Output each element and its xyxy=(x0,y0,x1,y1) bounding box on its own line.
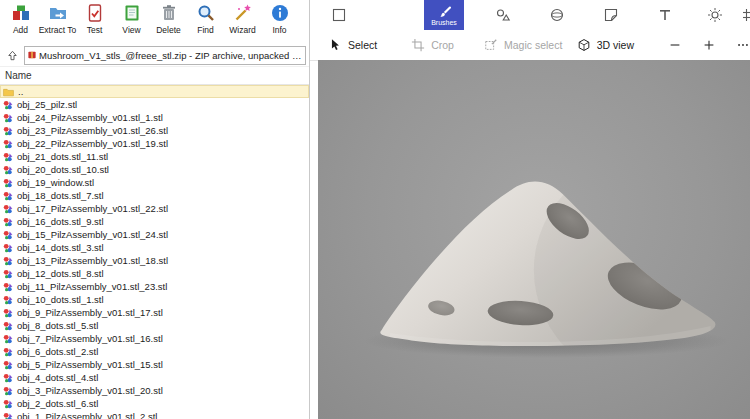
archive-toolbar: Add Extract To Test View xyxy=(0,0,309,44)
file-name: obj_8_dots.stl_5.stl xyxy=(17,320,98,331)
paint3d-top-bar: Brushes xyxy=(310,0,750,30)
add-icon xyxy=(10,2,32,24)
paint3d-window: Brushes Select xyxy=(310,0,750,419)
file-name: obj_6_dots.stl_2.stl xyxy=(17,346,98,357)
file-row[interactable]: obj_20_dots.stl_10.stl xyxy=(0,163,309,176)
delete-label: Delete xyxy=(156,25,181,35)
effects-icon[interactable] xyxy=(702,0,728,30)
crop-label: Crop xyxy=(431,39,454,51)
magic-select-tool[interactable]: Magic select xyxy=(484,38,562,52)
select-label: Select xyxy=(348,39,377,51)
file-row[interactable]: obj_2_dots.stl_6.stl xyxy=(0,397,309,410)
delete-button[interactable]: Delete xyxy=(150,2,187,35)
up-one-level-button[interactable] xyxy=(3,46,21,64)
view-button[interactable]: View xyxy=(113,2,150,35)
file-row[interactable]: obj_21_dots.stl_11.stl xyxy=(0,150,309,163)
file-name: obj_18_dots.stl_7.stl xyxy=(17,190,104,201)
file-row[interactable]: obj_13_PilzAssembly_v01.stl_18.stl xyxy=(0,254,309,267)
find-button[interactable]: Find xyxy=(187,2,224,35)
file-row[interactable]: obj_18_dots.stl_7.stl xyxy=(0,189,309,202)
address-input[interactable]: Mushroom_V1_stls_@freee_stl.zip - ZIP ar… xyxy=(24,46,306,65)
zoom-out-button[interactable] xyxy=(668,38,682,52)
2d-shapes-icon[interactable] xyxy=(490,0,516,30)
file-row[interactable]: obj_11_PilzAssembly_v01.stl_23.stl xyxy=(0,280,309,293)
more-options-button[interactable] xyxy=(736,38,750,52)
extract-icon xyxy=(47,2,69,24)
file-name: obj_4_dots.stl_4.stl xyxy=(17,372,98,383)
stl-file-icon xyxy=(3,408,13,419)
file-row[interactable]: obj_7_PilzAssembly_v01.stl_16.stl xyxy=(0,332,309,345)
test-button[interactable]: Test xyxy=(76,2,113,35)
test-label: Test xyxy=(87,25,103,35)
wizard-label: Wizard xyxy=(229,25,255,35)
file-name: obj_13_PilzAssembly_v01.stl_18.stl xyxy=(17,255,168,266)
file-row[interactable]: obj_9_PilzAssembly_v01.stl_17.stl xyxy=(0,306,309,319)
column-header-name[interactable]: Name xyxy=(0,66,309,85)
file-row[interactable]: obj_17_PilzAssembly_v01.stl_22.stl xyxy=(0,202,309,215)
canvas-icon[interactable] xyxy=(736,0,750,30)
file-name: obj_19_window.stl xyxy=(17,177,94,188)
file-row[interactable]: obj_6_dots.stl_2.stl xyxy=(0,345,309,358)
zoom-in-button[interactable] xyxy=(702,38,716,52)
file-row[interactable]: obj_8_dots.stl_5.stl xyxy=(0,319,309,332)
file-row[interactable]: obj_23_PilzAssembly_v01.stl_26.stl xyxy=(0,124,309,137)
magic-select-icon xyxy=(484,38,498,52)
file-row[interactable]: obj_22_PilzAssembly_v01.stl_19.stl xyxy=(0,137,309,150)
file-row[interactable]: obj_25_pilz.stl xyxy=(0,98,309,111)
mushroom-3d-model xyxy=(318,60,750,419)
file-name: obj_17_PilzAssembly_v01.stl_22.stl xyxy=(17,203,168,214)
file-row[interactable]: obj_3_PilzAssembly_v01.stl_20.stl xyxy=(0,384,309,397)
file-row[interactable]: obj_10_dots.stl_1.stl xyxy=(0,293,309,306)
file-row[interactable]: obj_5_PilzAssembly_v01.stl_15.stl xyxy=(0,358,309,371)
zip-file-icon xyxy=(28,50,36,60)
add-button[interactable]: Add xyxy=(2,2,39,35)
file-row[interactable]: obj_1_PilzAssembly_v01.stl_2.stl xyxy=(0,410,309,419)
menu-icon[interactable] xyxy=(326,0,352,30)
file-name: obj_25_pilz.stl xyxy=(17,99,77,110)
file-row[interactable]: obj_15_PilzAssembly_v01.stl_24.stl xyxy=(0,228,309,241)
file-row[interactable]: obj_4_dots.stl_4.stl xyxy=(0,371,309,384)
file-name: obj_15_PilzAssembly_v01.stl_24.stl xyxy=(17,229,168,240)
3d-shapes-icon[interactable] xyxy=(544,0,570,30)
plus-icon xyxy=(702,38,716,52)
3d-view-button[interactable]: 3D view xyxy=(577,38,634,52)
tab-brushes-label: Brushes xyxy=(431,19,457,26)
archive-window: Add Extract To Test View xyxy=(0,0,310,419)
view-label: View xyxy=(122,25,140,35)
cursor-icon xyxy=(328,38,342,52)
brush-icon xyxy=(438,5,451,18)
file-row[interactable]: obj_24_PilzAssembly_v01.stl_1.stl xyxy=(0,111,309,124)
add-label: Add xyxy=(13,25,28,35)
extract-to-button[interactable]: Extract To xyxy=(39,2,76,35)
stickers-icon[interactable] xyxy=(598,0,624,30)
crop-tool[interactable]: Crop xyxy=(411,38,454,52)
file-row[interactable]: obj_16_dots.stl_9.stl xyxy=(0,215,309,228)
file-name: obj_7_PilzAssembly_v01.stl_16.stl xyxy=(17,333,163,344)
select-tool[interactable]: Select xyxy=(328,38,377,52)
archive-address-bar: Mushroom_V1_stls_@freee_stl.zip - ZIP ar… xyxy=(0,44,309,66)
text-icon[interactable] xyxy=(652,0,678,30)
wizard-icon xyxy=(232,2,254,24)
extract-to-label: Extract To xyxy=(39,25,77,35)
info-button[interactable]: Info xyxy=(261,2,298,35)
view-icon xyxy=(121,2,143,24)
canvas-3d-viewport[interactable] xyxy=(318,60,750,419)
file-row[interactable]: obj_19_window.stl xyxy=(0,176,309,189)
wizard-button[interactable]: Wizard xyxy=(224,2,261,35)
file-name: .. xyxy=(18,86,23,97)
file-list: .. obj_25_pilz.stl obj_24_PilzAssembly_v… xyxy=(0,85,309,419)
screen: Add Extract To Test View xyxy=(0,0,750,419)
column-header-label: Name xyxy=(0,70,32,81)
file-name: obj_12_dots.stl_8.stl xyxy=(17,268,104,279)
tab-brushes[interactable]: Brushes xyxy=(424,0,464,30)
file-row[interactable]: obj_14_dots.stl_3.stl xyxy=(0,241,309,254)
file-row[interactable]: obj_12_dots.stl_8.stl xyxy=(0,267,309,280)
file-name: obj_16_dots.stl_9.stl xyxy=(17,216,104,227)
address-text: Mushroom_V1_stls_@freee_stl.zip - ZIP ar… xyxy=(39,50,302,61)
file-name: obj_5_PilzAssembly_v01.stl_15.stl xyxy=(17,359,163,370)
paint3d-tool-bar: Select Crop Magic select 3D view xyxy=(310,30,750,61)
file-name: obj_23_PilzAssembly_v01.stl_26.stl xyxy=(17,125,168,136)
file-name: obj_11_PilzAssembly_v01.stl_23.stl xyxy=(17,281,167,292)
file-name: obj_10_dots.stl_1.stl xyxy=(17,294,104,305)
file-row[interactable]: .. xyxy=(0,85,309,98)
